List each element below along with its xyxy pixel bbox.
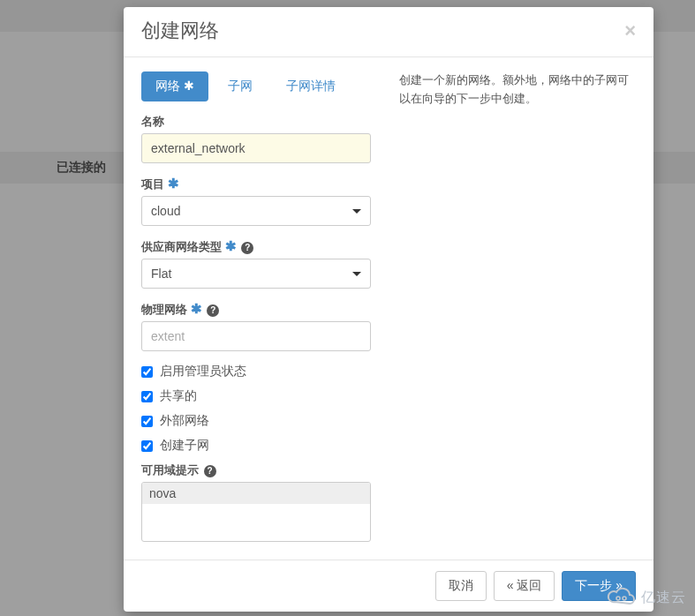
watermark-text: 亿速云 [641, 589, 686, 607]
help-icon[interactable]: ? [204, 465, 216, 477]
phys-net-label-text: 物理网络 [141, 303, 187, 316]
name-label: 名称 [141, 114, 371, 130]
admin-state-checkbox[interactable] [141, 366, 153, 378]
external-checkbox[interactable] [141, 416, 153, 427]
external-label: 外部网络 [160, 413, 209, 429]
svg-point-1 [623, 597, 626, 600]
chevron-down-icon [352, 272, 361, 276]
create-subnet-checkbox[interactable] [141, 440, 153, 452]
project-select-value: cloud [151, 204, 180, 218]
required-star-icon: ✱ [184, 79, 194, 93]
cloud-icon [606, 586, 636, 609]
svg-point-0 [616, 597, 620, 600]
tab-network[interactable]: 网络 ✱ [141, 71, 208, 101]
chevron-down-icon [352, 209, 361, 214]
shared-label: 共享的 [160, 388, 197, 404]
project-label-text: 项目 [141, 177, 164, 191]
name-input[interactable] [141, 133, 371, 163]
provider-type-select[interactable]: Flat [141, 259, 371, 289]
shared-checkbox[interactable] [141, 391, 153, 402]
az-option[interactable]: nova [142, 483, 370, 504]
provider-type-value: Flat [151, 267, 171, 281]
cancel-button[interactable]: 取消 [435, 571, 487, 601]
watermark: 亿速云 [606, 586, 686, 609]
project-label: 项目 ✱ [141, 176, 371, 192]
modal-description: 创建一个新的网络。额外地，网络中的子网可以在向导的下一步中创建。 [399, 71, 636, 554]
tab-bar: 网络 ✱ 子网 子网详情 [141, 71, 371, 101]
create-network-modal: 创建网络 × 网络 ✱ 子网 子网详情 名称 项目 ✱ [124, 7, 653, 612]
az-hint-label-text: 可用域提示 [141, 463, 199, 477]
help-icon[interactable]: ? [207, 304, 219, 317]
required-star-icon: ✱ [225, 238, 237, 253]
close-icon[interactable]: × [624, 19, 636, 42]
help-icon[interactable]: ? [241, 242, 253, 254]
tab-network-label: 网络 [155, 79, 180, 93]
required-star-icon: ✱ [191, 301, 202, 316]
tab-subnet-detail[interactable]: 子网详情 [272, 71, 350, 101]
az-hint-label: 可用域提示 ? [141, 462, 371, 478]
admin-state-label: 启用管理员状态 [160, 364, 246, 379]
create-subnet-label: 创建子网 [160, 438, 209, 454]
provider-type-label-text: 供应商网络类型 [141, 240, 222, 253]
az-hint-listbox[interactable]: nova [141, 482, 371, 542]
project-select[interactable]: cloud [141, 196, 371, 226]
phys-net-label: 物理网络 ✱ ? [141, 301, 371, 318]
required-star-icon: ✱ [168, 176, 179, 191]
modal-title: 创建网络 [141, 18, 219, 44]
phys-net-input[interactable] [141, 321, 371, 351]
tab-subnet[interactable]: 子网 [214, 71, 267, 101]
provider-type-label: 供应商网络类型 ✱ ? [141, 238, 371, 255]
back-button[interactable]: « 返回 [494, 571, 555, 601]
